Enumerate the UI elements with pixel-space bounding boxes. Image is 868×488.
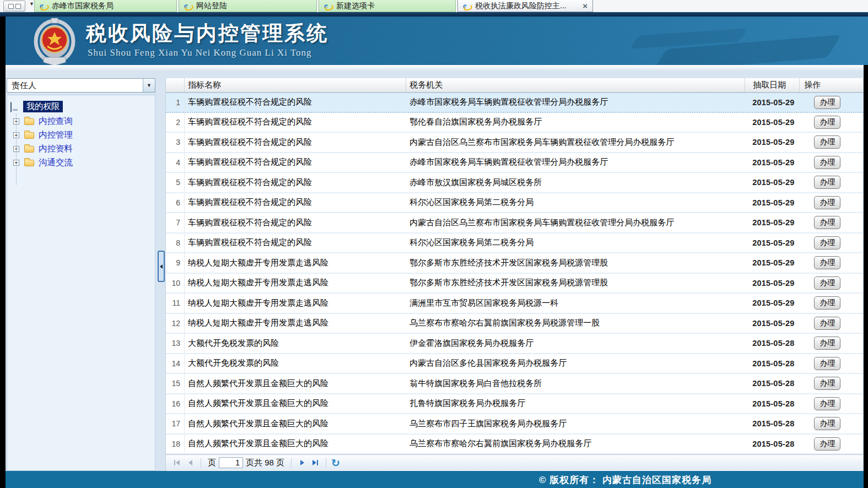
sidebar-item-label: 内控资料	[39, 143, 73, 155]
column-header-date[interactable]: 抽取日期	[745, 78, 800, 92]
handle-button[interactable]: 办理	[814, 196, 840, 209]
browser-tab-bar: ▼ e 赤峰市国家税务局 e 网站登陆 e 新建选项卡 e 税收执法廉政风险防控…	[0, 0, 868, 12]
last-page-button[interactable]	[309, 457, 322, 469]
handle-button[interactable]: 办理	[814, 357, 840, 370]
authority-cell: 赤峰市敖汉旗国家税务局城区税务所	[406, 173, 745, 192]
authority-cell: 科尔沁区国家税务局第二税务分局	[406, 234, 745, 253]
total-pages-label: 页共 98 页	[246, 458, 284, 468]
table-row[interactable]: 15 自然人频繁代开发票且金额巨大的风险 翁牛特旗国家税务局白音他拉税务所 20…	[166, 374, 863, 394]
header-bottom-strip	[6, 65, 864, 71]
tree-connector-line	[16, 114, 17, 185]
authority-cell: 内蒙古自治区乌兰察布市国家税务局车辆购置税征收管理分局办税服务厅	[406, 133, 745, 152]
row-number: 14	[166, 354, 185, 373]
handle-button[interactable]: 办理	[814, 397, 840, 410]
column-header-operation[interactable]: 操作	[800, 78, 863, 92]
indicator-cell: 纳税人短期大额虚开专用发票走逃风险	[185, 253, 406, 273]
app-header: 税收风险与内控管理系统 Shui Shou Feng Xian Yu Nei K…	[6, 17, 868, 65]
handle-button[interactable]: 办理	[814, 236, 840, 250]
table-row[interactable]: 9 纳税人短期大额虚开专用发票走逃风险 鄂尔多斯市东胜经济技术开发区国家税务局税…	[166, 253, 863, 274]
handle-button[interactable]: 办理	[814, 437, 840, 451]
indicator-cell: 自然人频繁代开发票且金额巨大的风险	[185, 374, 406, 393]
browser-tab-4-active[interactable]: e 税收执法廉政风险防控主... ×	[457, 0, 593, 12]
browser-tab-2[interactable]: e 网站登陆	[179, 0, 317, 12]
table-row[interactable]: 14 大额代开免税发票的风险 内蒙古自治区多伦县国家税务局办税服务厅 2015-…	[166, 354, 863, 375]
next-page-button[interactable]	[295, 457, 309, 469]
handle-button[interactable]: 办理	[814, 256, 840, 269]
tab-list-dropdown-icon[interactable]: ▼	[29, 1, 34, 7]
handle-button[interactable]: 办理	[814, 116, 840, 129]
tab-label: 赤峰市国家税务局	[52, 1, 114, 11]
row-number: 11	[166, 294, 185, 313]
authority-cell: 满洲里市互市贸易区国家税务局税源一科	[406, 294, 745, 313]
folder-icon	[24, 118, 34, 125]
authority-cell: 伊金霍洛旗国家税务局办税服务厅	[406, 334, 745, 353]
handle-button[interactable]: 办理	[814, 135, 840, 149]
table-row[interactable]: 18 自然人频繁代开发票且金额巨大的风险 乌兰察布市察哈尔右翼前旗国家税务局办税…	[166, 435, 863, 455]
row-number: 18	[166, 435, 185, 454]
sidebar-item-communication[interactable]: + 沟通交流	[13, 156, 155, 170]
quick-tabs-icon	[15, 4, 21, 9]
sidebar-item-internal-control-management[interactable]: + 内控管理	[13, 128, 155, 142]
table-row[interactable]: 12 纳税人短期大额虚开专用发票走逃风险 乌兰察布市察哈尔右翼前旗国家税务局税源…	[166, 314, 863, 334]
chevron-down-icon[interactable]: ▼	[143, 79, 155, 92]
first-page-button[interactable]	[170, 457, 184, 469]
refresh-icon[interactable]: ↻	[331, 458, 340, 468]
page-subtitle: Shui Shou Feng Xian Yu Nei Kong Guan Li …	[88, 47, 312, 58]
table-row[interactable]: 17 自然人频繁代开发票且金额巨大的风险 乌兰察布市四子王旗国家税务局办税服务厅…	[166, 414, 863, 435]
sidebar-item-label: 内控管理	[39, 129, 73, 141]
table-row[interactable]: 3 车辆购置税征税不符合规定的风险 内蒙古自治区乌兰察布市国家税务局车辆购置税征…	[166, 133, 863, 153]
table-row[interactable]: 8 车辆购置税征税不符合规定的风险 科尔沁区国家税务局第二税务分局 2015-0…	[166, 234, 863, 254]
handle-button[interactable]: 办理	[814, 156, 840, 169]
table-body: 1 车辆购置税征税不符合规定的风险 赤峰市国家税务局车辆购置税征收管理分局办税服…	[166, 93, 863, 454]
handle-button[interactable]: 办理	[814, 377, 840, 390]
authority-cell: 翁牛特旗国家税务局白音他拉税务所	[406, 374, 745, 393]
tab-label: 新建选项卡	[336, 1, 375, 11]
sidebar-item-internal-control-documents[interactable]: + 内控资料	[13, 142, 155, 156]
toolbar-separator	[201, 458, 201, 468]
indicator-cell: 车辆购置税征税不符合规定的风险	[185, 193, 406, 213]
indicator-cell: 车辆购置税征税不符合规定的风险	[185, 113, 406, 132]
browser-tab-1[interactable]: e 赤峰市国家税务局	[34, 0, 177, 12]
date-cell: 2015-05-28	[745, 334, 800, 353]
indicator-cell: 大额代开免税发票的风险	[185, 354, 406, 373]
handle-button[interactable]: 办理	[814, 176, 840, 189]
date-cell: 2015-05-28	[745, 414, 800, 433]
handle-button[interactable]: 办理	[814, 296, 840, 310]
select-value: 责任人	[7, 80, 143, 91]
browser-tab-3[interactable]: e 新建选项卡	[319, 0, 456, 12]
responsible-person-select[interactable]: 责任人 ▼	[7, 78, 155, 93]
table-row[interactable]: 10 纳税人短期大额虚开专用发票走逃风险 鄂尔多斯市东胜经济技术开发区国家税务局…	[166, 274, 863, 294]
table-row[interactable]: 2 车辆购置税征税不符合规定的风险 鄂伦春自治旗国家税务局办税服务厅 2015-…	[166, 113, 863, 133]
authority-cell: 科尔沁区国家税务局第二税务分局	[406, 193, 745, 213]
handle-button[interactable]: 办理	[814, 96, 840, 109]
tree-root-my-permissions[interactable]: 我的权限	[10, 101, 155, 112]
table-row[interactable]: 1 车辆购置税征税不符合规定的风险 赤峰市国家税务局车辆购置税征收管理分局办税服…	[166, 93, 863, 113]
page-number-input[interactable]	[219, 457, 243, 468]
table-row[interactable]: 6 车辆购置税征税不符合规定的风险 科尔沁区国家税务局第二税务分局 2015-0…	[166, 193, 863, 214]
indicator-cell: 车辆购置税征税不符合规定的风险	[185, 133, 406, 152]
table-row[interactable]: 7 车辆购置税征税不符合规定的风险 内蒙古自治区乌兰察布市国家税务局车辆购置税征…	[166, 213, 863, 234]
table-row[interactable]: 16 自然人频繁代开发票且金额巨大的风险 扎鲁特旗国家税务局办税服务厅 2015…	[166, 394, 863, 415]
row-number: 13	[166, 334, 185, 353]
handle-button[interactable]: 办理	[814, 276, 840, 290]
table-row[interactable]: 4 车辆购置税征税不符合规定的风险 赤峰市国家税务局车辆购置税征收管理分局办税服…	[166, 153, 863, 173]
previous-page-button[interactable]	[184, 457, 197, 469]
handle-button[interactable]: 办理	[814, 216, 840, 229]
table-row[interactable]: 5 车辆购置税征税不符合规定的风险 赤峰市敖汉旗国家税务局城区税务所 2015-…	[166, 173, 863, 193]
indicator-cell: 大额代开免税发票的风险	[185, 334, 406, 353]
handle-button[interactable]: 办理	[814, 417, 840, 430]
column-header-indicator[interactable]: 指标名称	[185, 78, 406, 92]
quick-tabs-button[interactable]	[3, 1, 25, 12]
row-number: 16	[166, 394, 185, 414]
table-row[interactable]: 11 纳税人短期大额虚开专用发票走逃风险 满洲里市互市贸易区国家税务局税源一科 …	[166, 294, 863, 314]
handle-button[interactable]: 办理	[814, 317, 840, 330]
collapse-left-icon	[160, 264, 163, 269]
handle-button[interactable]: 办理	[814, 337, 840, 350]
sidebar-collapse-button[interactable]	[158, 251, 165, 282]
sidebar-item-internal-control-query[interactable]: + 内控查询	[13, 115, 155, 128]
close-tab-icon[interactable]: ×	[577, 1, 587, 10]
table-row[interactable]: 13 大额代开免税发票的风险 伊金霍洛旗国家税务局办税服务厅 2015-05-2…	[166, 334, 863, 354]
indicator-cell: 车辆购置税征税不符合规定的风险	[185, 153, 406, 172]
indicator-cell: 车辆购置税征税不符合规定的风险	[185, 213, 406, 232]
column-header-authority[interactable]: 税务机关	[406, 78, 745, 92]
